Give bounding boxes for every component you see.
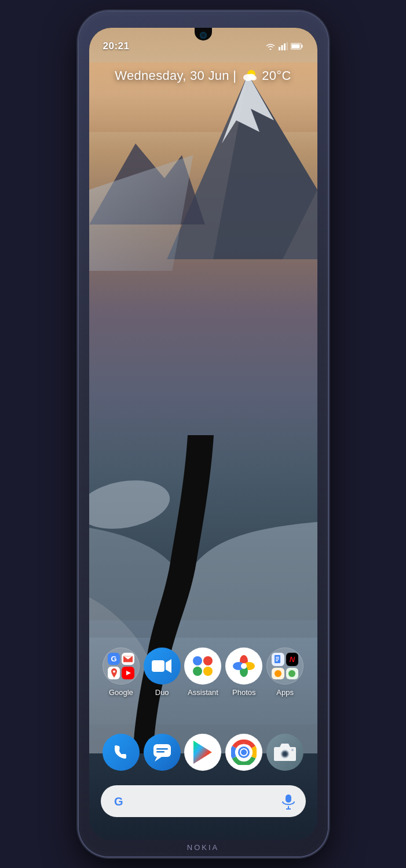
svg-point-22	[193, 656, 202, 665]
nokia-brand: NOKIA	[187, 843, 219, 852]
playstore-icon-img	[184, 734, 221, 771]
svg-point-4	[89, 474, 174, 536]
date-text: Wednesday, 30 Jun |	[115, 68, 236, 83]
svg-point-35	[275, 670, 281, 677]
svg-point-15	[251, 76, 257, 80]
svg-rect-10	[301, 45, 302, 48]
dock-row	[101, 734, 306, 771]
apps-folder-img: N	[266, 648, 303, 685]
svg-marker-38	[155, 757, 162, 762]
assistant-icon-img	[184, 648, 221, 685]
svg-text:G: G	[114, 795, 123, 808]
svg-rect-32	[276, 657, 279, 658]
playstore-dock-icon[interactable]	[182, 734, 223, 771]
svg-rect-5	[279, 47, 280, 50]
google-app-icon[interactable]: G	[101, 648, 141, 697]
svg-rect-50	[286, 795, 291, 803]
photos-app-icon[interactable]: Photos	[224, 648, 264, 697]
svg-rect-6	[281, 45, 283, 50]
chrome-dock-icon[interactable]	[224, 734, 264, 771]
assistant-dots-icon	[189, 653, 216, 679]
camera-body-icon	[274, 742, 296, 762]
svg-point-17	[113, 671, 115, 673]
messages-dock-icon[interactable]	[142, 734, 182, 771]
photos-icon-img	[225, 648, 262, 685]
svg-rect-11	[291, 45, 299, 49]
svg-point-24	[193, 667, 202, 676]
date-weather-widget: Wednesday, 30 Jun | 20°C	[89, 68, 317, 83]
play-triangle-icon	[191, 740, 214, 765]
phone-screen: 20:21	[89, 28, 317, 840]
google-g-logo: G	[110, 792, 129, 811]
weather-icon	[241, 68, 257, 83]
camera-dock-icon[interactable]	[265, 734, 305, 771]
svg-rect-34	[276, 660, 278, 661]
duo-app-icon[interactable]: Duo	[142, 648, 182, 697]
chrome-circle-icon	[231, 740, 257, 765]
duo-video-icon	[152, 658, 173, 674]
signal-icon	[279, 42, 288, 50]
google-label: Google	[109, 688, 133, 697]
photos-label: Photos	[232, 688, 255, 697]
dock	[89, 734, 317, 771]
status-time: 20:21	[103, 41, 130, 52]
google-folder-img: G	[103, 648, 140, 685]
svg-rect-7	[284, 43, 286, 50]
svg-point-25	[203, 667, 213, 676]
phone-outer: 20:21	[79, 12, 328, 856]
svg-point-36	[288, 670, 295, 677]
wifi-icon	[265, 42, 276, 50]
svg-point-47	[283, 752, 287, 756]
app-row-1: G	[101, 648, 306, 697]
svg-point-44	[241, 749, 247, 755]
messages-bubble-icon	[152, 743, 172, 762]
svg-point-30	[241, 663, 247, 669]
apps-folder-icon[interactable]: N Apps	[265, 648, 305, 697]
phone-dock-icon[interactable]	[101, 734, 141, 771]
messages-icon-img	[144, 734, 181, 771]
phone-icon-img	[103, 734, 140, 771]
beach-path-svg	[89, 435, 317, 753]
camera-icon-img	[266, 734, 303, 771]
phone-handset-icon	[112, 744, 130, 761]
weather-text: 20°C	[262, 68, 291, 83]
assistant-app-icon[interactable]: Assistant	[182, 648, 223, 697]
assistant-label: Assistant	[188, 688, 218, 697]
svg-marker-21	[166, 659, 171, 673]
svg-rect-40	[156, 751, 164, 753]
svg-rect-33	[276, 659, 279, 660]
apps-label: Apps	[276, 688, 294, 697]
svg-rect-8	[286, 42, 288, 50]
chrome-icon-img	[225, 734, 262, 771]
svg-point-23	[203, 656, 213, 665]
duo-label: Duo	[155, 688, 169, 697]
svg-rect-37	[153, 744, 171, 757]
search-bar[interactable]: G	[101, 785, 306, 817]
app-grid: G	[89, 648, 317, 701]
svg-rect-39	[156, 748, 168, 750]
svg-rect-20	[152, 660, 164, 672]
photos-pinwheel-icon	[231, 653, 257, 679]
status-icons	[265, 42, 303, 50]
mic-icon[interactable]	[280, 793, 297, 810]
wallpaper	[89, 28, 317, 840]
battery-icon	[291, 43, 303, 50]
svg-point-48	[291, 749, 294, 751]
duo-icon-img	[144, 648, 181, 685]
